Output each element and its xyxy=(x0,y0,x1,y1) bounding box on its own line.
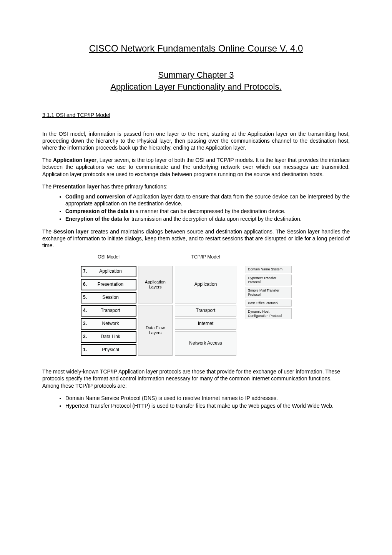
subtitle-chapter: Summary Chapter 3 xyxy=(42,70,350,81)
text: creates and maintains dialogs between so… xyxy=(42,228,350,248)
spacer xyxy=(246,254,292,263)
bold-term: Encryption of the data xyxy=(65,216,122,222)
application-layers-group: Application Layers xyxy=(138,266,173,303)
list-item: Encryption of the data for transmission … xyxy=(65,215,350,222)
paragraph-application-layer: The Application layer, Layer seven, is t… xyxy=(42,157,350,178)
osi-layer-5: 5.Session xyxy=(81,292,136,303)
layer-name: Data Link xyxy=(85,334,136,340)
osi-layer-1: 1.Physical xyxy=(81,344,136,356)
tcpip-network-access: Network Access xyxy=(175,331,236,356)
list-item: Compression of the data in a manner that… xyxy=(65,208,350,215)
text: for transmission and the decryption of d… xyxy=(122,216,302,222)
protocol-list: Domain Name Service Protocol (DNS) is us… xyxy=(65,395,350,409)
bold-term: Application layer xyxy=(53,157,96,163)
protocols-column: Domain Name System Hypertext Transfer Pr… xyxy=(246,254,292,357)
protocol-pop: Post Office Protocol xyxy=(246,300,292,307)
paragraph-intro: In the OSI model, information is passed … xyxy=(42,130,350,152)
section-heading: 3.1.1 OSI and TCP/IP Model xyxy=(42,112,350,118)
presentation-functions-list: Coding and conversion of Application lay… xyxy=(65,193,350,223)
layer-name: Transport xyxy=(85,308,136,314)
osi-tcpip-diagram: OSI Model 7.Application 6.Presentation 5… xyxy=(81,254,350,357)
layer-name: Session xyxy=(85,295,136,301)
protocol-http: Hypertext Transfer Protocol xyxy=(246,275,292,286)
bold-term: Session layer xyxy=(53,228,88,235)
subtitle-topic: Application Layer Functionality and Prot… xyxy=(42,82,350,93)
osi-layer-2: 2.Data Link xyxy=(81,331,136,343)
text: The xyxy=(42,183,53,190)
bold-term: Compression of the data xyxy=(65,208,128,214)
layer-name: Presentation xyxy=(85,282,136,288)
text: in a manner that can be decompressed by … xyxy=(128,208,286,214)
bold-term: Presentation layer xyxy=(53,183,100,190)
layer-name: Network xyxy=(85,321,136,327)
data-flow-layers-group: Data Flow Layers xyxy=(138,305,173,356)
list-item: Hypertext Transfer Protocol (HTTP) is us… xyxy=(65,402,350,409)
tcpip-transport: Transport xyxy=(175,305,236,317)
osi-layer-6: 6.Presentation xyxy=(81,279,136,290)
layer-name: Physical xyxy=(85,347,136,353)
grouping-column: Application Layers Data Flow Layers xyxy=(138,254,173,357)
text: has three primary functions: xyxy=(100,183,168,190)
protocol-dns: Domain Name System xyxy=(246,266,292,273)
tcpip-column: TCP/IP Model Application Transport Inter… xyxy=(175,254,236,357)
osi-column: OSI Model 7.Application 6.Presentation 5… xyxy=(81,254,136,357)
osi-layer-7: 7.Application xyxy=(81,266,136,277)
osi-header: OSI Model xyxy=(81,254,136,263)
bold-term: Coding and conversion xyxy=(65,193,125,200)
paragraph-presentation-layer: The Presentation layer has three primary… xyxy=(42,183,350,190)
osi-layer-3: 3.Network xyxy=(81,318,136,330)
paragraph-session-layer: The Session layer creates and maintains … xyxy=(42,228,350,249)
protocol-dhcp: Dynamic Host Configuration Protocol xyxy=(246,308,292,319)
tcpip-header: TCP/IP Model xyxy=(175,254,236,263)
text: The xyxy=(42,157,53,163)
list-item: Coding and conversion of Application lay… xyxy=(65,193,350,207)
layer-name: Application xyxy=(85,268,136,275)
paragraph-tcpip-protocols: The most widely-known TCP/IP Application… xyxy=(42,368,350,389)
tcpip-application: Application xyxy=(175,266,236,303)
text: The xyxy=(42,228,53,235)
list-item: Domain Name Service Protocol (DNS) is us… xyxy=(65,395,350,402)
tcpip-internet: Internet xyxy=(175,318,236,330)
protocol-smtp: Simple Mail Transfer Protocol xyxy=(246,287,292,298)
page-title: CISCO Network Fundamentals Online Course… xyxy=(42,42,350,54)
spacer xyxy=(138,254,173,263)
osi-layer-4: 4.Transport xyxy=(81,305,136,317)
